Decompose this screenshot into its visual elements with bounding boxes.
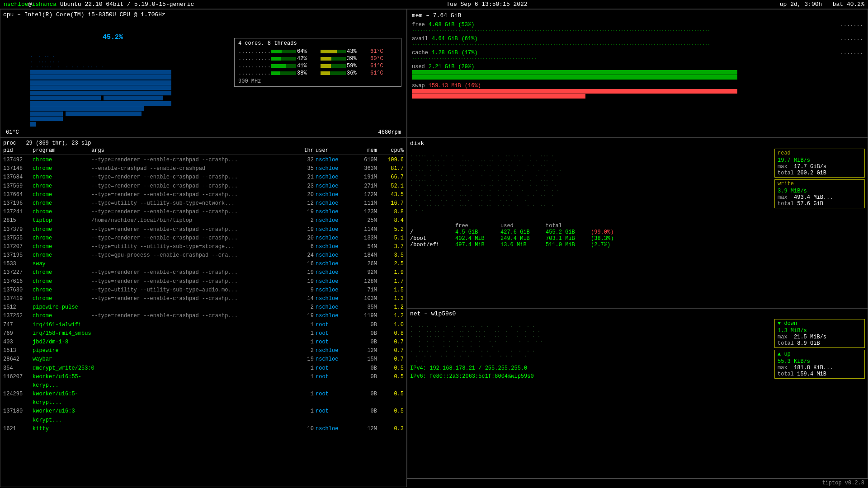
proc-row: 137379 chrome --type=renderer --enable-c… (3, 225, 404, 234)
proc-row: 137616 chrome --type=renderer --enable-c… (3, 277, 404, 286)
net-up-total: 159.4 MiB (797, 371, 826, 377)
mem-title: mem – 7.64 GiB (412, 12, 863, 19)
proc-row: 28642 waybar 19 nschloe 15M 0.7 (3, 355, 404, 364)
disk-left: · ···· · · · · · · · ·· ·· · · ··· · · ·… (410, 149, 771, 248)
disk-table-header: free used total (410, 223, 771, 229)
proc-rows-container: 137492 chrome --type=renderer --enable-c… (3, 156, 404, 433)
cpu-title: cpu – Intel(R) Core(TM) i5-8350U CPU @ 1… (3, 11, 404, 18)
proc-row: 137252 chrome --type=renderer --enable-c… (3, 312, 404, 320)
proc-row: 747 irq/161-iwlwifi 1 root 0B 1.0 (3, 321, 404, 329)
cpu-thread-4: ............ 38% 36% 61°C (238, 70, 397, 76)
cpu-temp: 61°C (6, 129, 19, 136)
net-graph: · ·· · · · · ·· ·· · · · · · · · · · ·· … (410, 319, 771, 364)
cpu-usage: 45.2% (103, 33, 123, 41)
proc-row: 1513 pipewire 2 nschloe 12M 0.7 (3, 347, 404, 355)
disk-write-box: write 3.9 MiB/s max 493.4 MiB... total 5… (774, 179, 865, 208)
disk-row-boot: /boot 402.4 MiB 249.4 MiB 703.1 MiB (38.… (410, 235, 771, 242)
proc-row: 137180 kworker/u16:3-kcrypt... 1 root 0B… (3, 407, 404, 424)
proc-panel: proc – 29 (369 thr), 23 slp pid program … (0, 138, 407, 487)
username: nschloe (4, 1, 28, 8)
proc-row: 137555 chrome --type=renderer --enable-c… (3, 234, 404, 243)
top-bar: nschloe@ishanca Ubuntu 22.10 64bit / 5.1… (0, 0, 868, 9)
proc-row: 1621 kitty 10 nschloe 12M 0.3 (3, 425, 404, 433)
net-inner: · ·· · · · · ·· ·· · · · · · · · · · ·· … (410, 319, 865, 380)
net-down-max: 21.5 MiB/s (794, 334, 826, 340)
mem-cache-pct: (17%) (462, 50, 478, 56)
net-up-max: 181.8 KiB... (794, 365, 833, 371)
disk-read-total: 200.2 GiB (797, 170, 826, 176)
col-thr: thr (297, 147, 316, 154)
col-user: user (316, 147, 352, 154)
net-left: · ·· · · · · ·· ·· · · · · · · · · · ·· … (410, 319, 771, 380)
cpu-fan: 4680rpm (378, 129, 401, 136)
net-right: ▼ down 1.3 MiB/s max 21.5 MiB/s total 8.… (774, 319, 865, 380)
proc-row: 137492 chrome --type=renderer --enable-c… (3, 156, 404, 164)
col-pid: pid (3, 147, 33, 154)
cpu-panel: cpu – Intel(R) Core(TM) i5-8350U CPU @ 1… (0, 9, 407, 138)
mem-avail-graph: ········································… (412, 42, 863, 47)
net-ipv6-label: IPv6: (410, 373, 426, 380)
proc-row: 137227 chrome --type=renderer --enable-c… (3, 268, 404, 277)
disk-read-current: 19.7 MiB/s (778, 157, 862, 164)
top-bar-left: nschloe@ishanca Ubuntu 22.10 64bit / 5.1… (4, 1, 194, 8)
cpu-thread-3: ............ 41% 59% 61°C (238, 63, 397, 69)
disk-read-label: read (778, 150, 862, 156)
proc-title: proc – 29 (369 thr), 23 slp (3, 140, 404, 146)
mem-cache-graph: ········································… (412, 56, 863, 61)
disk-write-label: write (778, 181, 862, 187)
mem-used-graph: ████████████████████████████████████████… (412, 70, 863, 80)
net-up-label: ▲ up (778, 351, 862, 357)
net-ipv6-val: fe80::2a3:2063:5c1f:8004%wlp59s0 (429, 373, 533, 380)
mem-panel: mem – 7.64 GiB free 4.08 GiB (53%) .....… (407, 9, 868, 138)
mem-swap-graph: ████████████████████████████████████████… (412, 89, 863, 99)
net-title: net – wlp59s0 (410, 310, 865, 317)
net-down-box: ▼ down 1.3 MiB/s max 21.5 MiB/s total 8.… (774, 319, 865, 348)
top-bar-center: Tue Sep 6 13:50:15 2022 (446, 1, 527, 8)
mem-used-val: 2.21 GiB (429, 64, 455, 70)
net-panel: net – wlp59s0 · ·· · · · · ·· ·· · · · ·… (407, 308, 868, 479)
disk-read-box: read 19.7 MiB/s max 17.7 GiB/s total 200… (774, 149, 865, 178)
disk-read-max: 17.7 GiB/s (794, 164, 826, 170)
proc-row: 2815 tiptop /home/nschloe/.local/bin/tip… (3, 216, 404, 225)
mem-avail-pct: (61%) (462, 36, 478, 42)
proc-row: 354 dmcrypt_write/253:0 1 root 0B 0.5 (3, 364, 404, 373)
right-panels: disk · ···· · · · · · · · ·· ·· · · ··· … (407, 138, 868, 487)
bottom-bar: tiptop v0.2.8 (407, 479, 868, 487)
proc-row: 116207 kworker/u16:55-kcryp... 1 root 0B… (3, 373, 404, 390)
proc-row: 137207 chrome --type=utility --utility-s… (3, 243, 404, 251)
proc-row: 1533 sway 16 nschloe 26M 2.5 (3, 260, 404, 268)
disk-inner: · ···· · · · · · · · ·· ·· · · ··· · · ·… (410, 149, 865, 248)
mem-cache-section: cache 1.28 GiB (17%) ....... ···········… (412, 50, 863, 61)
net-ipv4-label: IPv4: (410, 365, 426, 371)
mem-cache-val: 1.28 GiB (432, 50, 458, 56)
mem-free-section: free 4.08 GiB (53%) ....... ············… (412, 22, 863, 33)
disk-title: disk (410, 140, 865, 147)
cpu-bottom: 61°C 4680rpm (3, 128, 404, 136)
battery: bat 40.2% (833, 1, 864, 8)
net-down-total: 8.9 GiB (797, 340, 820, 347)
disk-row-boot-efi: /boot/efi 497.4 MiB 13.6 MiB 511.0 MiB (… (410, 242, 771, 248)
net-up-box: ▲ up 55.3 KiB/s max 181.8 KiB... total 1… (774, 350, 865, 379)
datetime: Tue Sep 6 13:50:15 2022 (446, 1, 527, 8)
net-up-current: 55.3 KiB/s (778, 358, 862, 365)
proc-row: 137196 chrome --type=utility --utility-s… (3, 199, 404, 208)
mem-used-pct: (29%) (458, 64, 474, 70)
proc-row: 137419 chrome --type=renderer --enable-c… (3, 295, 404, 303)
proc-row: 137569 chrome --type=renderer --enable-c… (3, 182, 404, 191)
mem-free-pct: (53%) (458, 22, 474, 28)
net-ipv6-row: IPv6: fe80::2a3:2063:5c1f:8004%wlp59s0 (410, 372, 771, 380)
mem-swap-val: 159.13 MiB (429, 83, 461, 89)
net-down-current: 1.3 MiB/s (778, 328, 862, 334)
mem-swap-section: swap 159.13 MiB (16%) ██████████████████… (412, 83, 863, 99)
hostname: ishanca (32, 1, 57, 8)
col-program: program (33, 147, 91, 154)
mem-free-graph: ········································… (412, 28, 863, 33)
mem-swap-pct: (16%) (465, 83, 481, 89)
col-mem: mem (352, 147, 379, 154)
cpu-thread-1: ............ 64% 43% 61°C (238, 48, 397, 55)
proc-row: 137664 chrome --type=renderer --enable-c… (3, 191, 404, 199)
cpu-info-box: 4 cores, 8 threads ............ 64% 43% … (234, 38, 401, 87)
disk-row-root: / 4.5 GiB 427.6 GiB 455.2 GiB (99.0%) (410, 229, 771, 235)
mem-free-val: 4.08 GiB (429, 22, 455, 28)
top-bar-right: up 2d, 3:00h bat 40.2% (780, 1, 864, 8)
